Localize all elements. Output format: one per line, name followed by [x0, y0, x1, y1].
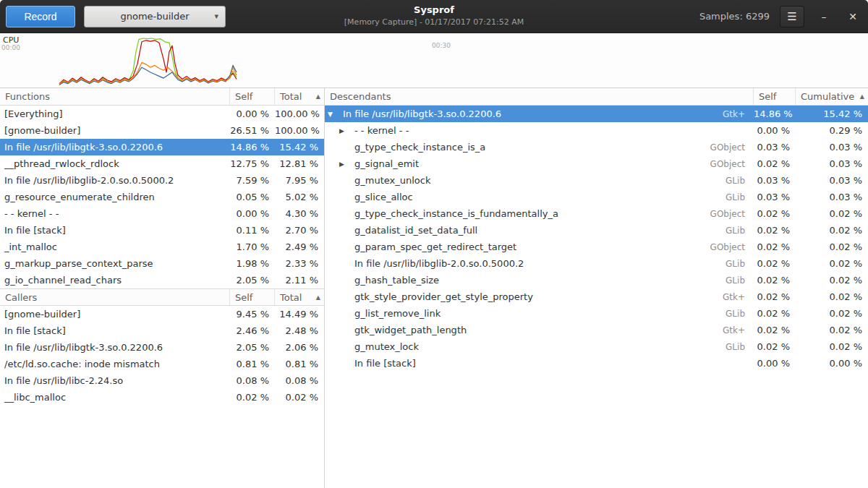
functions-column-header[interactable]: Functions: [0, 88, 230, 105]
descendant-category: GObject: [700, 142, 754, 153]
descendant-name: In file [stack]: [350, 358, 700, 369]
descendant-category: GObject: [700, 159, 754, 169]
descendant-cumulative-percent: 0.02 %: [796, 308, 868, 319]
descendant-self-percent: 0.03 %: [754, 142, 796, 153]
descendant-self-percent: 0.03 %: [754, 192, 796, 202]
cpu-graph[interactable]: CPU 00:00 00:30: [0, 33, 868, 88]
function-name: In file /usr/lib/libgtk-3.so.0.2200.6: [0, 142, 230, 153]
functions-column-label: Functions: [5, 91, 50, 102]
descendant-cumulative-percent: 0.02 %: [796, 208, 868, 219]
expander-icon[interactable]: ▼: [328, 111, 339, 118]
caller-self-percent: 0.81 %: [230, 359, 275, 369]
descendant-row[interactable]: g_mutex_unlock GLib 0.03 % 0.03 %: [325, 172, 868, 189]
descendant-row[interactable]: g_type_check_instance_is_fundamentally_a…: [325, 205, 868, 222]
descendant-row[interactable]: g_list_remove_link GLib 0.02 % 0.02 %: [325, 305, 868, 322]
descendants-cumulative-column-header[interactable]: Cumulative ▲: [796, 88, 868, 105]
minimize-button[interactable]: –: [814, 7, 833, 26]
function-row[interactable]: In file /usr/lib/libglib-2.0.so.0.5000.2…: [0, 172, 324, 189]
descendant-row[interactable]: g_mutex_lock GLib 0.02 % 0.02 %: [325, 338, 868, 355]
self-column-label: Self: [759, 91, 776, 102]
descendant-row[interactable]: g_hash_table_size GLib 0.02 % 0.02 %: [325, 272, 868, 288]
callers-self-column-header[interactable]: Self: [230, 289, 275, 305]
descendant-cumulative-percent: 0.00 %: [796, 358, 868, 369]
caller-row[interactable]: /etc/ld.so.cache: inode mismatch 0.81 % …: [0, 356, 324, 372]
descendant-row[interactable]: In file /usr/lib/libglib-2.0.so.0.5000.2…: [325, 255, 868, 272]
descendants-self-column-header[interactable]: Self: [754, 88, 796, 105]
record-button[interactable]: Record: [6, 6, 75, 27]
function-self-percent: 1.98 %: [230, 258, 275, 269]
function-row[interactable]: In file [stack] 0.11 % 2.70 %: [0, 222, 324, 239]
time-tick-start: 00:00: [1, 44, 20, 51]
descendant-category: GLib: [700, 342, 754, 352]
descendant-category: GObject: [700, 242, 754, 252]
function-name: In file [stack]: [0, 225, 230, 236]
descendant-self-percent: 0.02 %: [754, 291, 796, 302]
expander-icon[interactable]: ▶: [339, 127, 350, 134]
callers-column-header[interactable]: Callers: [0, 289, 230, 305]
function-row[interactable]: [Everything] 0.00 % 100.00 %: [0, 106, 324, 122]
descendant-self-percent: 0.02 %: [754, 208, 796, 219]
descendants-column-header[interactable]: Descendants: [325, 88, 754, 105]
function-row[interactable]: [gnome-builder] 26.51 % 100.00 %: [0, 122, 324, 139]
descendant-cumulative-percent: 15.42 %: [796, 108, 868, 119]
function-self-percent: 14.86 %: [230, 142, 275, 153]
function-row[interactable]: __pthread_rwlock_rdlock 12.75 % 12.81 %: [0, 155, 324, 172]
caller-name: [gnome-builder]: [0, 309, 230, 320]
descendant-row[interactable]: In file [stack] 0.00 % 0.00 %: [325, 355, 868, 372]
descendant-self-percent: 0.02 %: [754, 308, 796, 319]
function-row[interactable]: g_io_channel_read_chars 2.05 % 2.11 %: [0, 272, 324, 288]
functions-self-column-header[interactable]: Self: [230, 88, 275, 105]
close-button[interactable]: ✕: [843, 7, 862, 26]
functions-table-body: [Everything] 0.00 % 100.00 % [gnome-buil…: [0, 106, 324, 288]
function-total-percent: 100.00 %: [275, 108, 324, 119]
caller-row[interactable]: In file [stack] 2.46 % 2.48 %: [0, 322, 324, 339]
caller-row[interactable]: In file /usr/lib/libc-2.24.so 0.08 % 0.0…: [0, 372, 324, 389]
total-column-label: Total: [280, 292, 302, 303]
functions-total-column-header[interactable]: Total ▲: [275, 88, 324, 105]
samples-count: Samples: 6299: [699, 11, 770, 22]
function-row[interactable]: g_markup_parse_context_parse 1.98 % 2.33…: [0, 255, 324, 272]
function-row[interactable]: - - kernel - - 0.00 % 4.30 %: [0, 205, 324, 222]
descendant-row[interactable]: ▼ In file /usr/lib/libgtk-3.so.0.2200.6 …: [325, 106, 868, 122]
descendant-row[interactable]: ▶ g_signal_emit GObject 0.02 % 0.03 %: [325, 155, 868, 172]
descendant-row[interactable]: g_slice_alloc GLib 0.03 % 0.03 %: [325, 189, 868, 205]
descendant-name: - - kernel - -: [350, 125, 700, 136]
descendant-self-percent: 0.02 %: [754, 275, 796, 286]
descendant-name: g_slice_alloc: [350, 192, 700, 202]
function-name: g_resource_enumerate_children: [0, 192, 230, 202]
descendant-row[interactable]: g_type_check_instance_is_a GObject 0.03 …: [325, 139, 868, 155]
descendant-row[interactable]: gtk_style_provider_get_style_property Gt…: [325, 288, 868, 305]
hamburger-icon: ☰: [787, 10, 796, 23]
descendant-cumulative-percent: 0.02 %: [796, 225, 868, 236]
time-tick-mid: 00:30: [432, 42, 451, 49]
descendant-category: GLib: [700, 226, 754, 236]
expander-icon[interactable]: ▶: [339, 160, 350, 168]
descendant-row[interactable]: gtk_widget_path_length Gtk+ 0.02 % 0.02 …: [325, 322, 868, 338]
descendant-self-percent: 0.02 %: [754, 241, 796, 252]
function-row[interactable]: g_resource_enumerate_children 0.05 % 5.0…: [0, 189, 324, 205]
descendant-category: Gtk+: [700, 292, 754, 302]
descendant-cumulative-percent: 0.03 %: [796, 192, 868, 202]
descendant-category: GObject: [700, 209, 754, 219]
caller-self-percent: 9.45 %: [230, 309, 275, 320]
function-row[interactable]: _int_malloc 1.70 % 2.49 %: [0, 239, 324, 255]
descendant-cumulative-percent: 0.02 %: [796, 325, 868, 335]
function-name: [gnome-builder]: [0, 125, 230, 136]
descendant-self-percent: 0.00 %: [754, 125, 796, 136]
descendant-row[interactable]: g_param_spec_get_redirect_target GObject…: [325, 239, 868, 255]
menu-button[interactable]: ☰: [780, 6, 804, 27]
caller-row[interactable]: [gnome-builder] 9.45 % 14.49 %: [0, 306, 324, 322]
caller-row[interactable]: In file /usr/lib/libgtk-3.so.0.2200.6 2.…: [0, 339, 324, 356]
function-name: __pthread_rwlock_rdlock: [0, 158, 230, 169]
callers-total-column-header[interactable]: Total ▲: [275, 289, 324, 305]
descendant-row[interactable]: ▶ - - kernel - - 0.00 % 0.29 %: [325, 122, 868, 139]
function-row[interactable]: In file /usr/lib/libgtk-3.so.0.2200.6 14…: [0, 139, 324, 155]
caller-total-percent: 14.49 %: [275, 309, 324, 320]
descendant-row[interactable]: g_datalist_id_set_data_full GLib 0.02 % …: [325, 222, 868, 239]
process-selector-dropdown[interactable]: gnome-builder ▾: [84, 6, 226, 27]
function-self-percent: 0.05 %: [230, 192, 275, 202]
caller-row[interactable]: __libc_malloc 0.02 % 0.02 %: [0, 389, 324, 406]
caller-name: In file /usr/lib/libc-2.24.so: [0, 375, 230, 386]
descendant-category: GLib: [700, 275, 754, 286]
descendant-name: g_list_remove_link: [350, 308, 700, 319]
